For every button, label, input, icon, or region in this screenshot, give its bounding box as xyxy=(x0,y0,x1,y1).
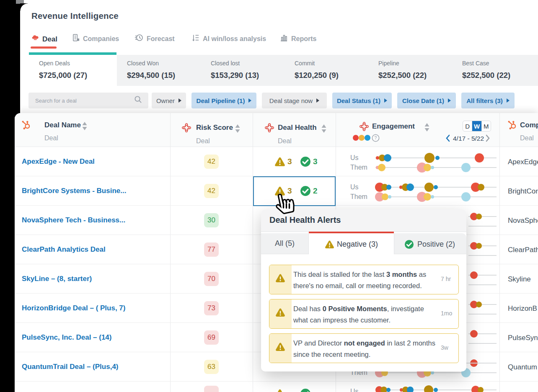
svg-text:?: ? xyxy=(375,136,377,140)
